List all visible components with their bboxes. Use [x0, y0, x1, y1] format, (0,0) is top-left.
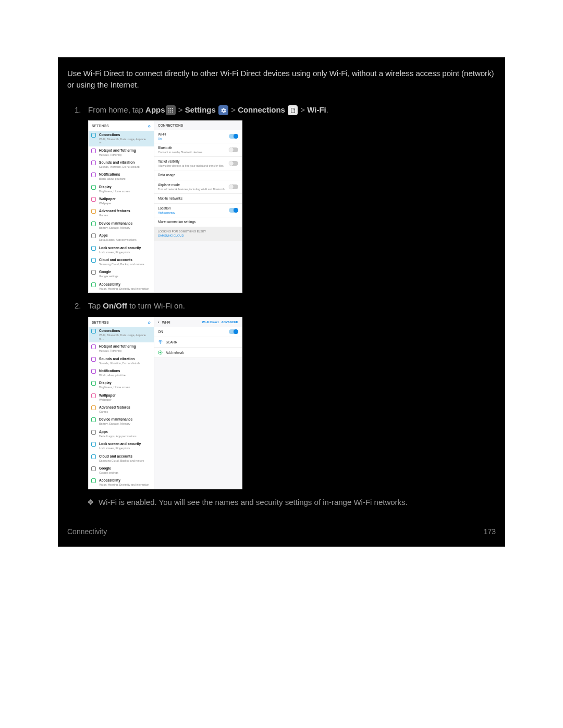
svg-point-6	[168, 112, 169, 113]
sidebar-item[interactable]: Advanced featuresGames	[89, 403, 154, 415]
search-icon[interactable]: ⌕	[148, 320, 151, 325]
toggle-icon[interactable]	[229, 184, 238, 189]
step-2-number: 2.	[75, 300, 81, 312]
sidebar-item-icon	[91, 258, 96, 263]
sidebar-item-icon	[91, 357, 96, 362]
step-2-text: Tap On/Off to turn Wi-Fi on.	[88, 301, 185, 310]
sidebar-item[interactable]: Sounds and vibrationSounds, Vibration, D…	[89, 158, 154, 170]
wifi-enabled-bullet: Wi-Fi is enabled. You will see the names…	[88, 497, 496, 508]
svg-point-8	[172, 112, 173, 113]
wifi-direct-link[interactable]: Wi-Fi Direct	[202, 320, 218, 324]
sidebar-item-icon	[91, 381, 96, 386]
connections-row[interactable]: Tablet visibilityAllow other devices to …	[154, 157, 242, 170]
wifi-toggle-icon[interactable]	[229, 329, 238, 334]
connections-row[interactable]: More connection settings	[154, 217, 242, 227]
connections-icon	[288, 105, 298, 115]
wifi-network-row[interactable]: SCARR	[154, 337, 242, 348]
connections-row[interactable]: BluetoothConnect to nearby Bluetooth dev…	[154, 143, 242, 157]
sidebar-item[interactable]: Cloud and accountsSamsung Cloud, Backup …	[89, 256, 154, 268]
connections-row[interactable]: Mobile networks	[154, 194, 242, 204]
sidebar-item[interactable]: AppsDefault apps, App permissions	[89, 231, 154, 243]
apps-icon	[166, 105, 176, 115]
toggle-icon[interactable]	[229, 147, 238, 152]
search-icon[interactable]: ⌕	[148, 124, 151, 129]
sidebar-item[interactable]: Advanced featuresGames	[89, 207, 154, 219]
page-body: Use Wi-Fi Direct to connect directly to …	[58, 57, 505, 547]
svg-point-3	[168, 110, 169, 111]
sidebar-item-icon	[91, 197, 96, 202]
sidebar-item-icon	[91, 417, 96, 422]
connections-row[interactable]: Airplane modeTurn off network features, …	[154, 180, 242, 194]
svg-point-0	[168, 108, 169, 109]
sidebar-item-icon	[91, 149, 96, 153]
sidebar-item[interactable]: Lock screen and securityLock screen, Fin…	[89, 440, 154, 452]
svg-point-5	[172, 110, 173, 111]
sidebar-item[interactable]: NotificationsBlock, allow, prioritize	[89, 367, 154, 379]
back-chevron-icon[interactable]: ‹	[158, 320, 160, 325]
wifi-advanced-link[interactable]: ADVANCED	[222, 320, 238, 324]
sidebar-item[interactable]: Device maintenanceBattery, Storage, Memo…	[89, 219, 154, 231]
svg-point-9	[160, 343, 161, 344]
sidebar-item[interactable]: AppsDefault apps, App permissions	[89, 428, 154, 440]
sidebar-item-icon	[91, 329, 96, 334]
sidebar-item-icon	[91, 209, 96, 214]
sidebar-item-icon	[91, 442, 96, 447]
sidebar-item[interactable]: Lock screen and securityLock screen, Fin…	[89, 244, 154, 256]
sidebar-item-icon	[91, 185, 96, 190]
sidebar-item[interactable]: WallpaperWallpaper	[89, 391, 154, 403]
sidebar-item[interactable]: NotificationsBlock, allow, prioritize	[89, 170, 154, 182]
right-pane-header: CONNECTIONS	[154, 121, 242, 130]
connections-row[interactable]: Data usage	[154, 170, 242, 180]
samsung-cloud-link[interactable]: SAMSUNG CLOUD	[158, 234, 238, 238]
sidebar-item-icon	[91, 393, 96, 398]
sidebar-item-icon	[91, 369, 96, 374]
svg-point-4	[170, 110, 171, 111]
toggle-icon[interactable]	[229, 161, 238, 166]
wifi-header: ‹ WI-FI Wi-Fi Direct ADVANCED	[154, 317, 242, 327]
sidebar-item-icon	[91, 172, 96, 177]
sidebar-item-icon	[91, 282, 96, 287]
sidebar-item-icon	[91, 430, 96, 435]
page-number: 173	[484, 526, 496, 537]
toggle-icon[interactable]	[229, 208, 238, 213]
wifi-on-row[interactable]: ON	[154, 327, 242, 337]
sidebar-item[interactable]: ConnectionsWi-Fi, Bluetooth, Data usage,…	[89, 131, 154, 146]
sidebar-item[interactable]: DisplayBrightness, Home screen	[89, 183, 154, 195]
looking-for-note: LOOKING FOR SOMETHING ELSE? SAMSUNG CLOU…	[154, 227, 242, 241]
toggle-icon[interactable]	[229, 134, 238, 139]
svg-point-1	[170, 108, 171, 109]
screenshot-wifi: SETTINGS⌕ConnectionsWi-Fi, Bluetooth, Da…	[88, 317, 242, 489]
connections-row[interactable]: LocationHigh accuracy	[154, 204, 242, 217]
sidebar-item[interactable]: DisplayBrightness, Home screen	[89, 379, 154, 391]
connections-row[interactable]: Wi-FiOn	[154, 130, 242, 143]
step-1-number: 1.	[75, 104, 81, 116]
sidebar-item-icon	[91, 233, 96, 238]
page-footer: Connectivity 173	[58, 514, 505, 537]
sidebar-item-icon	[91, 133, 96, 138]
wifi-icon	[158, 340, 163, 344]
svg-point-2	[172, 108, 173, 109]
sidebar-item-icon	[91, 270, 96, 275]
sidebar-item[interactable]: ConnectionsWi-Fi, Bluetooth, Data usage,…	[89, 327, 154, 342]
sidebar-item[interactable]: GoogleGoogle settings	[89, 268, 154, 280]
sidebar-item-icon	[91, 161, 96, 165]
add-network-row[interactable]: Add network	[154, 348, 242, 358]
sidebar-item[interactable]: AccessibilityVision, Hearing, Dexterity …	[89, 280, 154, 292]
settings-gear-icon	[218, 105, 228, 115]
svg-point-7	[170, 112, 171, 113]
add-icon	[158, 350, 163, 355]
sidebar-item[interactable]: Cloud and accountsSamsung Cloud, Backup …	[89, 452, 154, 464]
sidebar-item-icon	[91, 344, 96, 349]
sidebar-item[interactable]: AccessibilityVision, Hearing, Dexterity …	[89, 476, 154, 488]
sidebar-item-icon	[91, 246, 96, 251]
sidebar-item[interactable]: Device maintenanceBattery, Storage, Memo…	[89, 415, 154, 427]
intro-text: Use Wi-Fi Direct to connect directly to …	[58, 68, 505, 91]
step-1: 1. From home, tap Apps > Settings > Conn…	[88, 104, 496, 293]
sidebar-item[interactable]: Hotspot and TetheringHotspot, Tethering	[89, 342, 154, 354]
sidebar-item[interactable]: Sounds and vibrationSounds, Vibration, D…	[89, 355, 154, 367]
sidebar-item[interactable]: WallpaperWallpaper	[89, 195, 154, 207]
sidebar-item[interactable]: GoogleGoogle settings	[89, 464, 154, 476]
sidebar-item-icon	[91, 221, 96, 226]
step-2: 2. Tap On/Off to turn Wi-Fi on. SETTINGS…	[88, 300, 496, 508]
sidebar-item[interactable]: Hotspot and TetheringHotspot, Tethering	[89, 146, 154, 158]
